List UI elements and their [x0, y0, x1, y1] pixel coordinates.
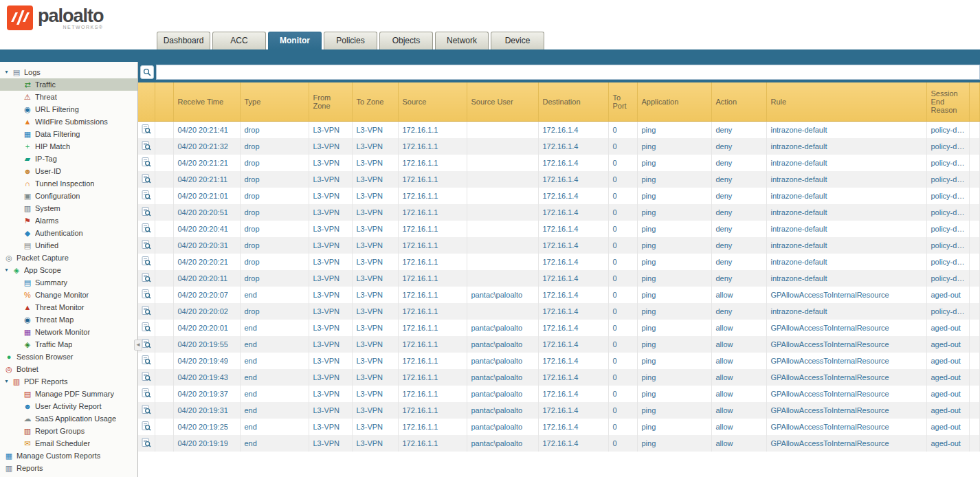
sidebar-item-unified[interactable]: ▤Unified	[0, 239, 137, 252]
log-detail-icon[interactable]	[138, 303, 155, 320]
cell-from_zone[interactable]: L3-VPN	[309, 303, 352, 320]
cell-rule[interactable]: intrazone-default	[766, 204, 926, 221]
sidebar-item-data-filtering[interactable]: ▦Data Filtering	[0, 128, 137, 140]
log-filter-input[interactable]	[156, 65, 980, 80]
cell-to_zone[interactable]: L3-VPN	[352, 419, 398, 435]
sidebar-item-report-groups[interactable]: ▥Report Groups	[0, 425, 137, 437]
cell-source_user[interactable]: pantac\paloalto	[467, 386, 538, 402]
cell-source_user[interactable]: pantac\paloalto	[467, 320, 538, 336]
cell-action[interactable]: allow	[711, 435, 766, 452]
cell-action[interactable]: deny	[711, 254, 766, 270]
cell-receive_time[interactable]: 04/20 20:20:07	[173, 287, 240, 303]
cell-application[interactable]: ping	[637, 254, 711, 270]
sidebar-item-app-scope[interactable]: ▼◈App Scope	[0, 264, 137, 276]
tab-monitor[interactable]: Monitor	[268, 32, 322, 49]
sidebar-collapse-handle[interactable]: ◄	[134, 340, 142, 351]
cell-session_end_reason[interactable]: policy-deny	[926, 237, 969, 254]
cell-source[interactable]: 172.16.1.1	[398, 386, 467, 402]
cell-type[interactable]: drop	[240, 188, 309, 204]
cell-application[interactable]: ping	[637, 138, 711, 155]
sidebar-item-authentication[interactable]: ◆Authentication	[0, 227, 137, 239]
log-detail-icon[interactable]	[138, 138, 155, 155]
cell-to_port[interactable]: 0	[608, 386, 637, 402]
cell-rule[interactable]: intrazone-default	[766, 303, 926, 320]
log-detail-icon[interactable]	[138, 435, 155, 452]
cell-application[interactable]: ping	[637, 386, 711, 402]
cell-rule[interactable]: intrazone-default	[766, 138, 926, 155]
cell-source_user[interactable]: pantac\paloalto	[467, 287, 538, 303]
cell-rule[interactable]: intrazone-default	[766, 270, 926, 287]
cell-application[interactable]: ping	[637, 402, 711, 419]
cell-rule[interactable]: GPAllowAccessToInternalResource	[766, 369, 926, 386]
cell-action[interactable]: deny	[711, 221, 766, 237]
sidebar-item-url-filtering[interactable]: ◉URL Filtering	[0, 103, 137, 115]
cell-rule[interactable]: GPAllowAccessToInternalResource	[766, 435, 926, 452]
tab-policies[interactable]: Policies	[324, 32, 377, 49]
cell-type[interactable]: drop	[240, 237, 309, 254]
cell-source_user[interactable]: pantac\paloalto	[467, 435, 538, 452]
cell-session_end_reason[interactable]: policy-deny	[926, 171, 969, 188]
cell-type[interactable]: drop	[240, 171, 309, 188]
tab-objects[interactable]: Objects	[379, 32, 433, 49]
cell-to_zone[interactable]: L3-VPN	[352, 270, 398, 287]
cell-source[interactable]: 172.16.1.1	[398, 254, 467, 270]
cell-destination[interactable]: 172.16.1.4	[538, 369, 608, 386]
column-header-application[interactable]: Application	[637, 82, 711, 122]
cell-source[interactable]: 172.16.1.1	[398, 435, 467, 452]
sidebar-item-user-activity-report[interactable]: ☻User Activity Report	[0, 400, 137, 412]
cell-to_port[interactable]: 0	[608, 419, 637, 435]
cell-from_zone[interactable]: L3-VPN	[309, 221, 352, 237]
tab-network[interactable]: Network	[435, 32, 489, 49]
cell-destination[interactable]: 172.16.1.4	[538, 402, 608, 419]
cell-application[interactable]: ping	[637, 237, 711, 254]
cell-receive_time[interactable]: 04/20 20:21:11	[173, 171, 240, 188]
cell-receive_time[interactable]: 04/20 20:20:51	[173, 204, 240, 221]
log-detail-icon[interactable]	[138, 287, 155, 303]
cell-to_zone[interactable]: L3-VPN	[352, 138, 398, 155]
cell-action[interactable]: deny	[711, 188, 766, 204]
cell-application[interactable]: ping	[637, 303, 711, 320]
tab-acc[interactable]: ACC	[212, 32, 266, 49]
cell-session_end_reason[interactable]: aged-out	[926, 353, 969, 369]
sidebar-item-traffic[interactable]: ⇄Traffic	[0, 78, 137, 91]
cell-receive_time[interactable]: 04/20 20:21:21	[173, 155, 240, 171]
cell-source[interactable]: 172.16.1.1	[398, 320, 467, 336]
cell-to_port[interactable]: 0	[608, 122, 637, 139]
sidebar-item-session-browser[interactable]: ●Session Browser	[0, 351, 137, 363]
cell-application[interactable]: ping	[637, 336, 711, 353]
cell-to_port[interactable]: 0	[608, 188, 637, 204]
cell-from_zone[interactable]: L3-VPN	[309, 270, 352, 287]
cell-receive_time[interactable]: 04/20 20:19:49	[173, 353, 240, 369]
cell-source[interactable]: 172.16.1.1	[398, 138, 467, 155]
search-icon[interactable]	[140, 65, 154, 79]
cell-source_user[interactable]: pantac\paloalto	[467, 419, 538, 435]
cell-source[interactable]: 172.16.1.1	[398, 353, 467, 369]
sidebar-item-manage-pdf-summary[interactable]: ▤Manage PDF Summary	[0, 388, 137, 400]
cell-to_zone[interactable]: L3-VPN	[352, 171, 398, 188]
cell-receive_time[interactable]: 04/20 20:20:02	[173, 303, 240, 320]
cell-session_end_reason[interactable]: aged-out	[926, 320, 969, 336]
sidebar-item-pdf-reports[interactable]: ▼▥PDF Reports	[0, 375, 137, 388]
cell-receive_time[interactable]: 04/20 20:21:32	[173, 138, 240, 155]
cell-rule[interactable]: intrazone-default	[766, 171, 926, 188]
cell-to_zone[interactable]: L3-VPN	[352, 320, 398, 336]
cell-type[interactable]: end	[240, 402, 309, 419]
cell-rule[interactable]: GPAllowAccessToInternalResource	[766, 353, 926, 369]
cell-session_end_reason[interactable]: policy-deny	[926, 155, 969, 171]
cell-to_zone[interactable]: L3-VPN	[352, 353, 398, 369]
cell-from_zone[interactable]: L3-VPN	[309, 171, 352, 188]
log-detail-icon[interactable]	[138, 419, 155, 435]
column-header-receive_time[interactable]: Receive Time	[173, 82, 240, 122]
cell-destination[interactable]: 172.16.1.4	[538, 435, 608, 452]
log-detail-icon[interactable]	[138, 320, 155, 336]
cell-rule[interactable]: GPAllowAccessToInternalResource	[766, 402, 926, 419]
cell-receive_time[interactable]: 04/20 20:21:41	[173, 122, 240, 139]
sidebar-item-hip-match[interactable]: +HIP Match	[0, 140, 137, 153]
log-detail-icon[interactable]	[138, 237, 155, 254]
sidebar-item-threat-monitor[interactable]: ▲Threat Monitor	[0, 301, 137, 313]
log-detail-icon[interactable]	[138, 204, 155, 221]
log-detail-icon[interactable]	[138, 402, 155, 419]
cell-action[interactable]: allow	[711, 419, 766, 435]
cell-destination[interactable]: 172.16.1.4	[538, 419, 608, 435]
cell-destination[interactable]: 172.16.1.4	[538, 204, 608, 221]
